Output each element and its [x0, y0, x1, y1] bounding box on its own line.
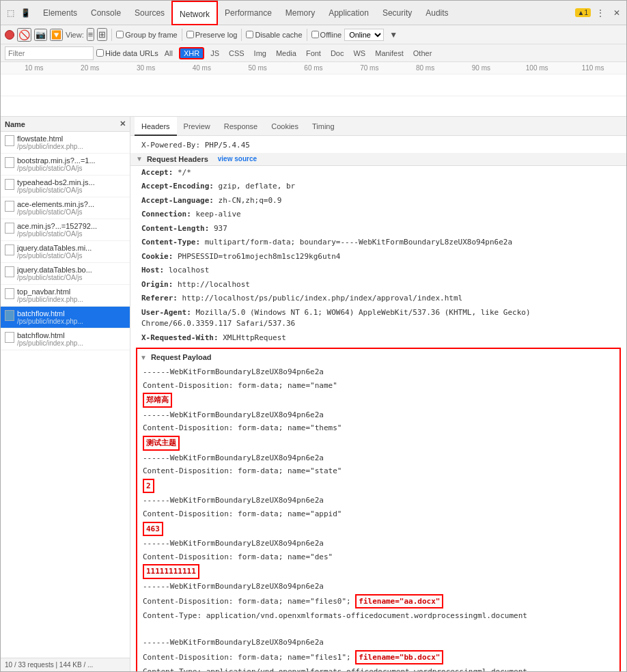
file-item-5[interactable]: jquery.dataTables.mi... /ps/public/stati… [1, 241, 130, 263]
file-path-7: /ps/public/index.php... [17, 296, 83, 303]
screenshot-button[interactable]: 📷 [34, 29, 47, 41]
header-origin: Origin: http://localhost [130, 278, 626, 292]
view-grid-icon[interactable]: ⊞ [97, 28, 107, 41]
header-cookie: Cookie: PHPSESSID=tro61mojech8m1sc129kg6… [130, 250, 626, 264]
x-powered-by-line: X-Powered-By: PHP/5.4.45 [130, 139, 626, 153]
type-btn-doc[interactable]: Doc [327, 48, 348, 58]
timeline-ruler: 10 ms 20 ms 30 ms 40 ms 50 ms 60 ms 70 m… [1, 62, 626, 74]
file-item-1[interactable]: bootstrap.min.js?...=1... /ps/public/sta… [1, 154, 130, 176]
payload-thems-value: 测试主题 [143, 436, 180, 451]
close-devtools-icon[interactable]: ✕ [610, 6, 624, 20]
file-item-2[interactable]: typeahead-bs2.min.js... /ps/public/stati… [1, 176, 130, 197]
type-btn-js[interactable]: JS [207, 48, 223, 58]
group-by-frame-checkbox[interactable] [116, 31, 124, 38]
payload-disposition-6: Content-Disposition: form-data; name="fi… [143, 593, 614, 610]
detail-tab-timing[interactable]: Timing [305, 117, 342, 136]
clear-button[interactable]: 🚫 [17, 28, 31, 42]
content-area[interactable]: X-Powered-By: PHP/5.4.45 ▼ Request Heade… [130, 136, 626, 671]
offline-label[interactable]: Offline [311, 31, 342, 39]
payload-disposition-3: Content-Disposition: form-data; name="st… [143, 464, 614, 478]
section-toggle-icon[interactable]: ▼ [136, 155, 143, 163]
tab-elements[interactable]: Elements [36, 1, 84, 25]
file-name-4: ace.min.js?...=152792... [17, 222, 97, 230]
detail-tab-preview[interactable]: Preview [177, 117, 217, 136]
ruler-mark-8: 80 ms [398, 64, 454, 72]
main-pane: Name ✕ flowstate.html /ps/public/index.p… [1, 117, 626, 671]
detail-tab-response[interactable]: Response [217, 117, 265, 136]
file-icon-0 [5, 135, 14, 146]
more-options-icon[interactable]: ⋮ [594, 6, 607, 20]
file-list-header: Name ✕ [1, 117, 130, 132]
file-item-3[interactable]: ace-elements.min.js?... /ps/public/stati… [1, 197, 130, 219]
separator-3 [241, 29, 242, 41]
file-list-footer: 10 / 33 requests | 144 KB / ... [1, 658, 130, 671]
view-label: View: [66, 31, 84, 39]
hide-data-urls-label[interactable]: Hide data URLs [96, 49, 158, 57]
warning-badge: ▲1 [575, 8, 591, 17]
payload-disposition-1: Content-Disposition: form-data; name="na… [143, 379, 614, 393]
top-tabbar: ⬚ 📱 Elements Console Sources Network Per… [1, 1, 626, 25]
payload-content: ------WebKitFormBoundaryL8zeUX8o94pn6e2a… [140, 364, 617, 671]
throttle-select[interactable]: Online [344, 29, 384, 41]
file-info-8: batchflow.html /ps/public/index.php... [17, 309, 83, 325]
tab-application[interactable]: Application [322, 1, 376, 25]
payload-boundary-6: ------WebKitFormBoundaryL8zeUX8o94pn6e2a [143, 580, 614, 593]
type-btn-all[interactable]: All [161, 48, 176, 58]
file-name-9: batchflow.html [17, 331, 83, 339]
group-by-frame-label[interactable]: Group by frame [116, 31, 177, 39]
detail-tab-cookies[interactable]: Cookies [264, 117, 305, 136]
type-btn-ws[interactable]: WS [350, 48, 369, 58]
tab-security[interactable]: Security [376, 1, 419, 25]
throttle-dropdown-icon[interactable]: ▼ [387, 28, 400, 42]
type-btn-css[interactable]: CSS [225, 48, 248, 58]
payload-disposition-7: Content-Disposition: form-data; name="fi… [143, 649, 614, 666]
payload-section-title: Request Payload [151, 353, 212, 361]
offline-checkbox[interactable] [311, 31, 319, 38]
tab-network[interactable]: Network [171, 1, 218, 25]
disable-cache-checkbox[interactable] [246, 31, 253, 38]
file-item-0[interactable]: flowstate.html /ps/public/index.php... [1, 132, 130, 154]
file-item-6[interactable]: jquery.dataTables.bo... /ps/public/stati… [1, 263, 130, 285]
hide-data-urls-checkbox[interactable] [96, 49, 104, 57]
type-btn-manifest[interactable]: Manifest [372, 48, 407, 58]
separator-1 [111, 29, 112, 41]
file-icon-7 [5, 288, 14, 299]
tab-console[interactable]: Console [84, 1, 128, 25]
tab-sources[interactable]: Sources [128, 1, 171, 25]
view-list-icon[interactable]: ≡ [87, 28, 95, 41]
type-btn-img[interactable]: Img [251, 48, 270, 58]
file-icon-4 [5, 223, 14, 234]
payload-toggle-icon[interactable]: ▼ [140, 354, 147, 361]
tab-memory[interactable]: Memory [279, 1, 322, 25]
type-btn-font[interactable]: Font [303, 48, 324, 58]
file-item-4[interactable]: ace.min.js?...=152792... /ps/public/stat… [1, 219, 130, 241]
file-item-8[interactable]: batchflow.html /ps/public/index.php... [1, 307, 130, 328]
detail-tab-headers[interactable]: Headers [135, 117, 177, 136]
type-btn-other[interactable]: Other [410, 48, 436, 58]
payload-value-des: 11111111111 [143, 563, 614, 580]
record-button[interactable] [5, 30, 14, 40]
network-toolbar: 🚫 📷 🔽 View: ≡ ⊞ Group by frame Preserve … [1, 25, 626, 44]
payload-disposition-4: Content-Disposition: form-data; name="ap… [143, 507, 614, 521]
disable-cache-label[interactable]: Disable cache [246, 31, 302, 39]
payload-boundary-2: ------WebKitFormBoundaryL8zeUX8o94pn6e2a [143, 408, 614, 422]
file-info-2: typeahead-bs2.min.js... /ps/public/stati… [17, 178, 95, 194]
filter-button[interactable]: 🔽 [50, 29, 63, 41]
preserve-log-label[interactable]: Preserve log [186, 31, 238, 39]
filter-input[interactable] [5, 46, 94, 60]
file-list-close-icon[interactable]: ✕ [120, 120, 126, 128]
inspect-icon[interactable]: ⬚ [3, 6, 17, 20]
preserve-log-checkbox[interactable] [186, 31, 194, 38]
tab-audits[interactable]: Audits [419, 1, 455, 25]
payload-section-header: ▼ Request Payload [140, 352, 617, 364]
device-icon[interactable]: 📱 [18, 6, 32, 20]
view-source-link[interactable]: view source [218, 155, 257, 163]
file-item-9[interactable]: batchflow.html /ps/public/index.php... [1, 328, 130, 350]
type-btn-media[interactable]: Media [273, 48, 300, 58]
file-icon-9 [5, 332, 14, 343]
tab-performance[interactable]: Performance [218, 1, 279, 25]
file-item-7[interactable]: top_navbar.html /ps/public/index.php... [1, 285, 130, 307]
type-btn-xhr[interactable]: XHR [179, 47, 204, 59]
header-content-type: Content-Type: multipart/form-data; bound… [130, 236, 626, 250]
payload-value-thems: 测试主题 [143, 435, 614, 451]
